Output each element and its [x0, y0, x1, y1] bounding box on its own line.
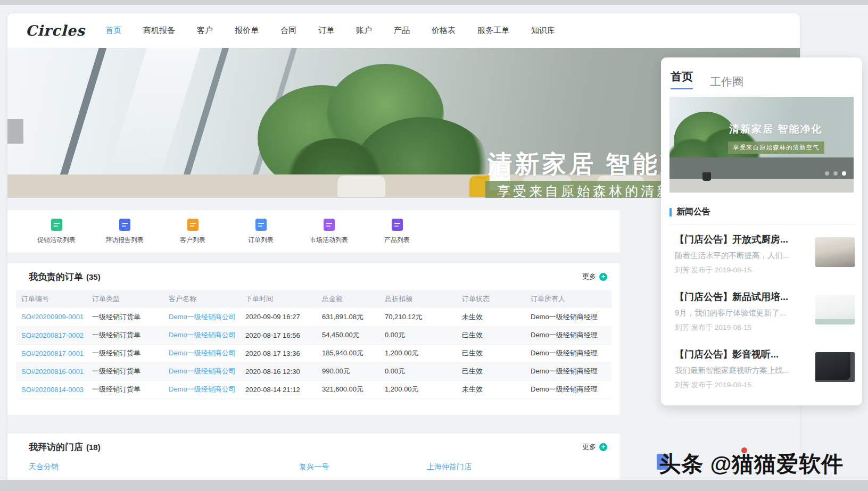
nav-item-knowledge[interactable]: 知识库: [531, 26, 555, 36]
visited-stores-count: (18): [86, 443, 101, 452]
product-list-icon: [392, 219, 403, 231]
nav-item-contracts[interactable]: 合同: [280, 26, 296, 36]
top-nav: Circles 首页 商机报备 客户 报价单 合同 订单 账户 产品 价格表 服…: [7, 13, 800, 48]
customer-list-icon: [187, 219, 199, 231]
banner-prev-control[interactable]: [7, 119, 23, 144]
store-link[interactable]: 上海仲益门店: [427, 462, 472, 472]
plant-pot-decoration: [702, 172, 711, 181]
order-id-link[interactable]: SO#20200816-0001: [16, 362, 87, 380]
status-badge: 已生效: [457, 326, 525, 344]
news-thumbnail: [815, 352, 855, 382]
more-plus-icon: +: [599, 273, 607, 281]
visited-stores-more-button[interactable]: 更多 +: [582, 442, 607, 452]
nav-item-accounts[interactable]: 账户: [356, 26, 372, 36]
nav-menu: 首页 商机报备 客户 报价单 合同 订单 账户 产品 价格表 服务工单 知识库: [105, 26, 577, 36]
customer-link[interactable]: Demo一级经销商公司: [163, 344, 240, 362]
nav-item-pricelist[interactable]: 价格表: [432, 26, 456, 36]
news-item[interactable]: 【门店公告】影音视听... 我们最新智能家庭视听方案上线... 刘芳 发布于 2…: [669, 348, 854, 397]
table-row: SO#20200909-0001 一级经销订货单 Demo一级经销商公司 202…: [16, 308, 611, 326]
visited-stores-card: 我拜访的门店 (18) 更多 + 天合分销 复兴一号 上海仲益门店: [7, 434, 620, 480]
order-list-icon: [255, 219, 267, 231]
status-badge: 未生效: [457, 308, 525, 326]
more-plus-icon: +: [599, 443, 607, 451]
nav-item-orders[interactable]: 订单: [318, 26, 334, 36]
circles-logo[interactable]: Circles: [26, 22, 105, 39]
carousel-dots: [821, 171, 846, 176]
nav-item-customers[interactable]: 客户: [197, 26, 213, 36]
order-id-link[interactable]: SO#20200814-0003: [16, 380, 87, 398]
my-orders-count: (35): [86, 272, 101, 281]
order-id-link[interactable]: SO#20200817-0001: [16, 344, 87, 362]
quick-action-promotion-list[interactable]: 促销活动列表: [22, 219, 90, 245]
quick-action-visit-report-list[interactable]: 拜访报告列表: [90, 219, 159, 245]
table-row: SO#20200816-0001 一级经销订货单 Demo一级经销商公司 202…: [16, 362, 611, 380]
promotion-list-icon: [51, 219, 62, 231]
orders-table-header: 订单编号 订单类型 客户名称 下单时间 总金额 总折扣额 订单状态 订单所有人: [16, 290, 611, 308]
customer-link[interactable]: Demo一级经销商公司: [163, 362, 240, 380]
nav-item-service-orders[interactable]: 服务工单: [477, 26, 509, 36]
my-orders-title: 我负责的订单: [29, 271, 83, 283]
panel-tab-workcircle[interactable]: 工作圈: [710, 74, 743, 89]
order-id-link[interactable]: SO#20200909-0001: [16, 308, 87, 326]
panel-tab-home[interactable]: 首页: [671, 69, 693, 89]
window-bottom-frame: [0, 480, 868, 491]
orders-table: 订单编号 订单类型 客户名称 下单时间 总金额 总折扣额 订单状态 订单所有人 …: [16, 290, 611, 399]
view-all-news-button[interactable]: 查看全部 ›: [669, 404, 854, 405]
quick-action-market-activity-list[interactable]: 市场活动列表: [295, 219, 363, 245]
my-orders-more-button[interactable]: 更多 +: [582, 272, 607, 281]
nav-item-quotes[interactable]: 报价单: [235, 26, 259, 36]
news-item[interactable]: 【门店公告】新品试用培... 9月，我们的客厅体验馆更新了... 刘芳 发布于 …: [669, 290, 854, 340]
carousel-dot-active[interactable]: [842, 171, 846, 176]
watermark-red-dot-icon: [741, 447, 747, 453]
store-links-row: 天合分销 复兴一号 上海仲益门店: [7, 460, 620, 476]
store-link[interactable]: 复兴一号: [299, 462, 329, 472]
nav-item-home[interactable]: 首页: [105, 26, 121, 36]
my-orders-header: 我负责的订单 (35) 更多 +: [7, 263, 620, 290]
carousel-dot[interactable]: [825, 171, 829, 176]
table-row: SO#20200817-0001 一级经销订货单 Demo一级经销商公司 202…: [16, 344, 611, 362]
quick-action-order-list[interactable]: 订单列表: [227, 219, 295, 245]
customer-link[interactable]: Demo一级经销商公司: [163, 308, 240, 326]
status-badge: 未生效: [457, 380, 525, 398]
window-top-frame: [0, 0, 868, 5]
chair-decoration: [337, 176, 385, 197]
store-link[interactable]: 天合分销: [29, 462, 59, 472]
customer-link[interactable]: Demo一级经销商公司: [163, 326, 240, 344]
carousel-dot[interactable]: [833, 171, 838, 176]
table-row: SO#20200817-0002 一级经销订货单 Demo一级经销商公司 202…: [16, 326, 611, 344]
status-badge: 已生效: [457, 362, 525, 380]
quick-actions-card: 促销活动列表 拜访报告列表 客户列表 订单列表 市场活动列表 产品列表: [7, 210, 620, 253]
nav-item-opportunity[interactable]: 商机报备: [143, 26, 175, 36]
panel-banner-subtitle: 享受来自原始森林的清新空气: [728, 142, 824, 154]
news-section-header: 新闻公告: [669, 206, 854, 225]
market-activity-list-icon: [324, 219, 335, 231]
table-row: SO#20200814-0003 一级经销订货单 Demo一级经销商公司 202…: [16, 380, 611, 398]
quick-action-customer-list[interactable]: 客户列表: [159, 219, 227, 245]
panel-tabs: 首页 工作圈: [661, 57, 862, 89]
wall-decoration: [669, 157, 854, 179]
panel-carousel-banner[interactable]: 清新家居 智能净化 享受来自原始森林的清新空气: [669, 97, 854, 193]
desk-decoration: [669, 179, 854, 193]
order-id-link[interactable]: SO#20200817-0002: [16, 326, 87, 344]
customer-link[interactable]: Demo一级经销商公司: [163, 380, 240, 398]
news-item[interactable]: 【门店公告】开放式厨房... 随着生活水平的不断提高，人们... 刘芳 发布于 …: [669, 233, 854, 282]
my-orders-card: 我负责的订单 (35) 更多 + 订单编号 订单类型 客户名称 下单时间 总金额…: [7, 263, 620, 415]
panel-banner-title: 清新家居 智能净化: [729, 122, 822, 136]
right-panel: 首页 工作圈 清新家居 智能净化 享受来自原始森林的清新空气 新闻公告 【门店公…: [661, 57, 862, 405]
news-thumbnail: [815, 295, 855, 324]
visited-stores-title: 我拜访的门店: [29, 441, 83, 453]
active-tab-underline: [671, 88, 693, 89]
news-thumbnail: [815, 237, 855, 267]
toutiao-watermark: 头条 @猫猫爱软件: [659, 450, 844, 479]
section-accent-bar: [669, 208, 672, 217]
visit-report-list-icon: [119, 219, 130, 231]
visited-stores-header: 我拜访的门店 (18) 更多 +: [7, 434, 620, 460]
nav-item-products[interactable]: 产品: [394, 26, 410, 36]
quick-action-product-list[interactable]: 产品列表: [363, 219, 431, 245]
status-badge: 已生效: [457, 344, 525, 362]
